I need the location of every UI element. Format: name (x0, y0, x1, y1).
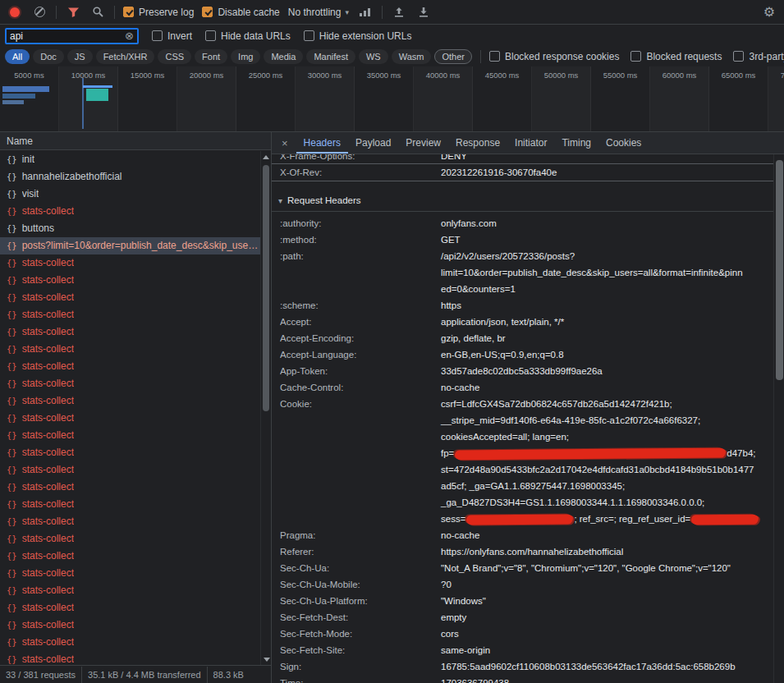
request-list-item[interactable]: {} stats-collect (0, 203, 260, 220)
header-row: ad5cf; _ga=GA1.1.689275447.1698003345; (272, 478, 773, 494)
request-list-item[interactable]: {} stats-collect (0, 651, 260, 665)
request-list-item[interactable]: {} stats-collect (0, 599, 260, 617)
timeline-activity-bar (83, 85, 112, 88)
scroll-up-arrow-icon[interactable] (263, 155, 269, 159)
request-list-item[interactable]: {} stats-collect (0, 617, 260, 634)
request-list-item[interactable]: {} stats-collect (0, 323, 260, 341)
scroll-down-arrow-icon[interactable] (264, 658, 270, 662)
type-filter-chip[interactable]: Wasm (392, 49, 432, 64)
request-list-item[interactable]: {} stats-collect (0, 496, 260, 513)
search-button[interactable] (89, 4, 106, 21)
close-details-button[interactable]: × (272, 137, 296, 149)
scrollbar-thumb[interactable] (776, 160, 783, 380)
request-list-item[interactable]: {} stats-collect (0, 427, 260, 444)
type-filter-chip[interactable]: Other (434, 49, 472, 64)
clear-filter-icon[interactable]: ⊗ (125, 30, 134, 41)
request-list-item[interactable]: {} stats-collect (0, 479, 260, 496)
type-filter-chip[interactable]: Doc (33, 49, 64, 64)
hide-data-urls-checkbox[interactable]: Hide data URLs (205, 30, 291, 42)
header-value-part (465, 514, 574, 524)
filter-option-checkbox[interactable]: Blocked response cookies (489, 51, 619, 62)
type-filter-chip[interactable]: All (5, 49, 30, 64)
network-conditions-button[interactable] (357, 4, 374, 21)
request-list-item[interactable]: {} stats-collect (0, 392, 260, 410)
import-har-button[interactable] (391, 4, 407, 21)
detail-tab[interactable]: Preview (398, 132, 448, 154)
export-har-button[interactable] (415, 4, 432, 21)
clear-network-log-button[interactable] (31, 4, 48, 21)
record-button[interactable] (7, 4, 23, 21)
header-name: Sec-Ch-Ua-Platform: (280, 593, 441, 609)
type-filter-chip[interactable]: Img (231, 49, 260, 64)
request-list-item[interactable]: {} stats-collect (0, 565, 260, 582)
detail-tab[interactable]: Headers (296, 132, 348, 154)
request-list-item[interactable]: {} stats-collect (0, 513, 260, 530)
detail-tab[interactable]: Response (448, 132, 507, 154)
timeline-tick-label: 60000 ms (663, 71, 697, 80)
request-list-item[interactable]: {} stats-collect (0, 254, 260, 272)
header-value: ad5cf; _ga=GA1.1.689275447.1698003345; (441, 478, 625, 494)
preserve-log-checkbox[interactable]: Preserve log (123, 7, 194, 18)
clipped-header-row: X-Frame-Options: DENY (272, 154, 773, 164)
filter-toggle-button[interactable] (65, 4, 81, 21)
request-list-item[interactable]: {} stats-collect (0, 306, 260, 323)
header-name: Sec-Ch-Ua: (280, 560, 441, 576)
header-value-part: cors (441, 629, 459, 639)
request-list-item[interactable]: {} stats-collect (0, 358, 260, 375)
request-list: {} init {} hannahelizabethofficial {} vi… (0, 151, 260, 665)
type-filter-chip[interactable]: Manifest (306, 49, 355, 64)
request-list-item[interactable]: {} stats-collect (0, 375, 260, 392)
detail-tab[interactable]: Cookies (598, 132, 649, 154)
scrollbar-thumb[interactable] (263, 165, 269, 411)
request-list-item[interactable]: {} stats-collect (0, 461, 260, 479)
name-column-header[interactable]: Name (0, 132, 271, 150)
hide-extension-urls-checkbox[interactable]: Hide extension URLs (304, 30, 412, 42)
timeline-activity-bar (2, 94, 35, 99)
filter-input-box[interactable]: ⊗ (5, 28, 139, 44)
throttling-dropdown[interactable]: No throttling ▾ (288, 7, 349, 18)
header-value-part: 1703636799438 (441, 678, 509, 683)
clear-icon (34, 7, 45, 17)
request-list-item[interactable]: {} buttons (0, 220, 260, 237)
request-list-item[interactable]: {} stats-collect (0, 548, 260, 565)
type-filter-chip[interactable]: Media (264, 49, 303, 64)
request-list-item[interactable]: {} stats-collect (0, 341, 260, 358)
detail-tab[interactable]: Timing (554, 132, 598, 154)
request-list-scrollbar[interactable] (260, 151, 271, 665)
header-value-part: GET (441, 235, 461, 245)
request-list-item[interactable]: {} stats-collect (0, 582, 260, 599)
request-list-item[interactable]: {} visit (0, 186, 260, 203)
request-list-item[interactable]: {} init (0, 151, 260, 168)
toolbar-divider (114, 6, 115, 19)
request-list-item[interactable]: {} stats-collect (0, 634, 260, 651)
request-list-item[interactable]: {} hannahelizabethofficial (0, 168, 260, 186)
type-filter-chip[interactable]: WS (359, 49, 388, 64)
panel-splitter[interactable] (271, 132, 272, 683)
request-list-item[interactable]: {} stats-collect (0, 289, 260, 306)
request-list-item[interactable]: {} stats-collect (0, 530, 260, 548)
request-list-item[interactable]: {} posts?limit=10&order=publish_date_des… (0, 237, 260, 254)
filter-input[interactable] (10, 30, 125, 42)
type-filter-chip[interactable]: JS (67, 49, 93, 64)
type-filter-chip[interactable]: Fetch/XHR (96, 49, 155, 64)
request-list-item[interactable]: {} stats-collect (0, 444, 260, 461)
header-row: :authority: onlyfans.com (272, 215, 773, 231)
timeline-tick-label: 45000 ms (485, 71, 520, 80)
invert-checkbox[interactable]: Invert (152, 30, 192, 42)
request-list-item[interactable]: {} stats-collect (0, 410, 260, 427)
type-filter-chip[interactable]: Font (195, 49, 227, 64)
filter-option-checkbox[interactable]: Blocked requests (630, 51, 722, 62)
detail-tab[interactable]: Payload (348, 132, 398, 154)
header-value-part: https (441, 300, 461, 310)
details-scrollbar[interactable] (773, 154, 784, 683)
filter-option-checkbox[interactable]: 3rd-party requests (733, 51, 784, 62)
request-headers-section[interactable]: ▾ Request Headers (272, 190, 773, 212)
resource-type-toolbar: AllDocJSFetch/XHRCSSFontImgMediaManifest… (0, 46, 784, 66)
request-list-item[interactable]: {} stats-collect (0, 272, 260, 289)
settings-button[interactable]: ⚙ (761, 4, 777, 21)
detail-tab[interactable]: Initiator (507, 132, 554, 154)
request-headers-list: :authority: onlyfans.com :method: GET :p… (272, 212, 773, 683)
type-filter-chip[interactable]: CSS (158, 49, 191, 64)
disable-cache-checkbox[interactable]: Disable cache (202, 7, 279, 18)
network-overview-timeline[interactable]: 5000 ms 10000 ms 15000 ms 20000 ms 25000… (0, 66, 784, 132)
